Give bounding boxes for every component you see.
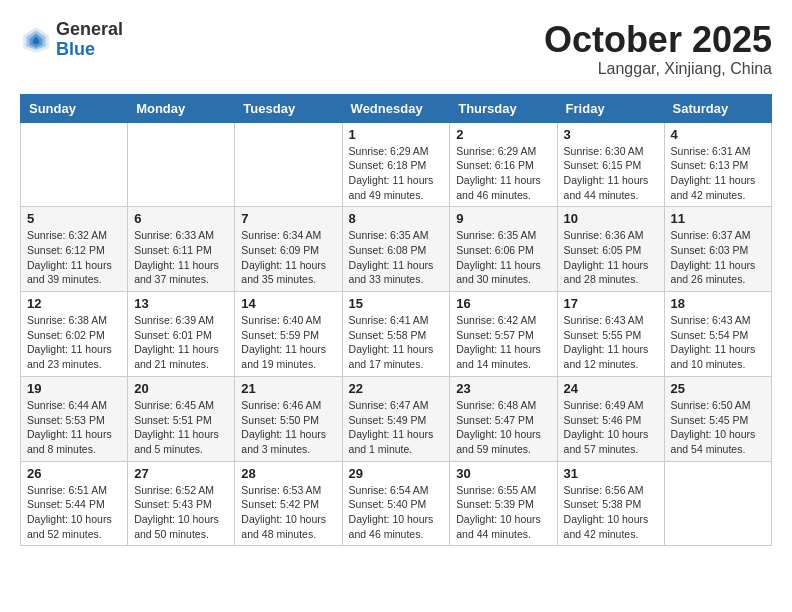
day-info: Sunrise: 6:53 AMSunset: 5:42 PMDaylight:…	[241, 483, 335, 542]
calendar-cell: 26Sunrise: 6:51 AMSunset: 5:44 PMDayligh…	[21, 461, 128, 546]
day-number: 17	[564, 296, 658, 311]
logo-text: General Blue	[56, 20, 123, 60]
logo-icon	[20, 24, 52, 56]
weekday-header: Monday	[128, 94, 235, 122]
day-info: Sunrise: 6:43 AMSunset: 5:55 PMDaylight:…	[564, 313, 658, 372]
calendar-week-row: 1Sunrise: 6:29 AMSunset: 6:18 PMDaylight…	[21, 122, 772, 207]
weekday-header: Tuesday	[235, 94, 342, 122]
day-number: 27	[134, 466, 228, 481]
location: Langgar, Xinjiang, China	[544, 60, 772, 78]
calendar-cell: 24Sunrise: 6:49 AMSunset: 5:46 PMDayligh…	[557, 376, 664, 461]
day-number: 30	[456, 466, 550, 481]
day-number: 5	[27, 211, 121, 226]
day-info: Sunrise: 6:48 AMSunset: 5:47 PMDaylight:…	[456, 398, 550, 457]
month-title: October 2025	[544, 20, 772, 60]
day-info: Sunrise: 6:29 AMSunset: 6:18 PMDaylight:…	[349, 144, 444, 203]
day-number: 2	[456, 127, 550, 142]
calendar-week-row: 19Sunrise: 6:44 AMSunset: 5:53 PMDayligh…	[21, 376, 772, 461]
day-number: 23	[456, 381, 550, 396]
day-number: 24	[564, 381, 658, 396]
day-number: 6	[134, 211, 228, 226]
calendar-cell: 25Sunrise: 6:50 AMSunset: 5:45 PMDayligh…	[664, 376, 771, 461]
day-info: Sunrise: 6:45 AMSunset: 5:51 PMDaylight:…	[134, 398, 228, 457]
day-number: 3	[564, 127, 658, 142]
weekday-header: Saturday	[664, 94, 771, 122]
logo-general: General	[56, 20, 123, 40]
calendar-cell: 29Sunrise: 6:54 AMSunset: 5:40 PMDayligh…	[342, 461, 450, 546]
day-number: 13	[134, 296, 228, 311]
day-info: Sunrise: 6:42 AMSunset: 5:57 PMDaylight:…	[456, 313, 550, 372]
calendar-cell: 8Sunrise: 6:35 AMSunset: 6:08 PMDaylight…	[342, 207, 450, 292]
day-info: Sunrise: 6:32 AMSunset: 6:12 PMDaylight:…	[27, 228, 121, 287]
day-number: 10	[564, 211, 658, 226]
day-info: Sunrise: 6:55 AMSunset: 5:39 PMDaylight:…	[456, 483, 550, 542]
calendar-cell: 22Sunrise: 6:47 AMSunset: 5:49 PMDayligh…	[342, 376, 450, 461]
calendar-cell: 21Sunrise: 6:46 AMSunset: 5:50 PMDayligh…	[235, 376, 342, 461]
day-info: Sunrise: 6:30 AMSunset: 6:15 PMDaylight:…	[564, 144, 658, 203]
day-number: 22	[349, 381, 444, 396]
day-info: Sunrise: 6:40 AMSunset: 5:59 PMDaylight:…	[241, 313, 335, 372]
calendar-cell	[128, 122, 235, 207]
day-info: Sunrise: 6:54 AMSunset: 5:40 PMDaylight:…	[349, 483, 444, 542]
day-number: 9	[456, 211, 550, 226]
day-info: Sunrise: 6:39 AMSunset: 6:01 PMDaylight:…	[134, 313, 228, 372]
day-info: Sunrise: 6:41 AMSunset: 5:58 PMDaylight:…	[349, 313, 444, 372]
day-info: Sunrise: 6:35 AMSunset: 6:06 PMDaylight:…	[456, 228, 550, 287]
day-number: 7	[241, 211, 335, 226]
calendar-cell: 23Sunrise: 6:48 AMSunset: 5:47 PMDayligh…	[450, 376, 557, 461]
day-number: 15	[349, 296, 444, 311]
day-info: Sunrise: 6:50 AMSunset: 5:45 PMDaylight:…	[671, 398, 765, 457]
day-info: Sunrise: 6:33 AMSunset: 6:11 PMDaylight:…	[134, 228, 228, 287]
day-number: 19	[27, 381, 121, 396]
day-info: Sunrise: 6:43 AMSunset: 5:54 PMDaylight:…	[671, 313, 765, 372]
calendar-cell: 1Sunrise: 6:29 AMSunset: 6:18 PMDaylight…	[342, 122, 450, 207]
calendar-cell: 27Sunrise: 6:52 AMSunset: 5:43 PMDayligh…	[128, 461, 235, 546]
calendar-cell: 13Sunrise: 6:39 AMSunset: 6:01 PMDayligh…	[128, 292, 235, 377]
day-info: Sunrise: 6:38 AMSunset: 6:02 PMDaylight:…	[27, 313, 121, 372]
calendar-week-row: 26Sunrise: 6:51 AMSunset: 5:44 PMDayligh…	[21, 461, 772, 546]
calendar-cell: 5Sunrise: 6:32 AMSunset: 6:12 PMDaylight…	[21, 207, 128, 292]
day-info: Sunrise: 6:46 AMSunset: 5:50 PMDaylight:…	[241, 398, 335, 457]
calendar-cell: 30Sunrise: 6:55 AMSunset: 5:39 PMDayligh…	[450, 461, 557, 546]
weekday-header-row: SundayMondayTuesdayWednesdayThursdayFrid…	[21, 94, 772, 122]
calendar-cell: 4Sunrise: 6:31 AMSunset: 6:13 PMDaylight…	[664, 122, 771, 207]
title-block: October 2025 Langgar, Xinjiang, China	[544, 20, 772, 78]
day-number: 20	[134, 381, 228, 396]
day-info: Sunrise: 6:37 AMSunset: 6:03 PMDaylight:…	[671, 228, 765, 287]
day-number: 18	[671, 296, 765, 311]
day-info: Sunrise: 6:34 AMSunset: 6:09 PMDaylight:…	[241, 228, 335, 287]
weekday-header: Wednesday	[342, 94, 450, 122]
page-header: General Blue October 2025 Langgar, Xinji…	[20, 20, 772, 78]
calendar-cell: 20Sunrise: 6:45 AMSunset: 5:51 PMDayligh…	[128, 376, 235, 461]
calendar-cell: 12Sunrise: 6:38 AMSunset: 6:02 PMDayligh…	[21, 292, 128, 377]
calendar-cell: 19Sunrise: 6:44 AMSunset: 5:53 PMDayligh…	[21, 376, 128, 461]
day-number: 14	[241, 296, 335, 311]
day-info: Sunrise: 6:49 AMSunset: 5:46 PMDaylight:…	[564, 398, 658, 457]
day-number: 29	[349, 466, 444, 481]
day-number: 4	[671, 127, 765, 142]
day-number: 12	[27, 296, 121, 311]
calendar-cell	[21, 122, 128, 207]
day-info: Sunrise: 6:52 AMSunset: 5:43 PMDaylight:…	[134, 483, 228, 542]
day-info: Sunrise: 6:44 AMSunset: 5:53 PMDaylight:…	[27, 398, 121, 457]
day-info: Sunrise: 6:36 AMSunset: 6:05 PMDaylight:…	[564, 228, 658, 287]
day-number: 1	[349, 127, 444, 142]
logo: General Blue	[20, 20, 123, 60]
calendar-cell: 3Sunrise: 6:30 AMSunset: 6:15 PMDaylight…	[557, 122, 664, 207]
calendar-cell: 2Sunrise: 6:29 AMSunset: 6:16 PMDaylight…	[450, 122, 557, 207]
calendar-cell: 10Sunrise: 6:36 AMSunset: 6:05 PMDayligh…	[557, 207, 664, 292]
calendar-cell	[664, 461, 771, 546]
calendar: SundayMondayTuesdayWednesdayThursdayFrid…	[20, 94, 772, 547]
calendar-cell: 17Sunrise: 6:43 AMSunset: 5:55 PMDayligh…	[557, 292, 664, 377]
day-number: 8	[349, 211, 444, 226]
day-info: Sunrise: 6:29 AMSunset: 6:16 PMDaylight:…	[456, 144, 550, 203]
calendar-cell	[235, 122, 342, 207]
weekday-header: Friday	[557, 94, 664, 122]
day-number: 21	[241, 381, 335, 396]
day-number: 11	[671, 211, 765, 226]
calendar-cell: 6Sunrise: 6:33 AMSunset: 6:11 PMDaylight…	[128, 207, 235, 292]
logo-blue: Blue	[56, 40, 123, 60]
day-number: 28	[241, 466, 335, 481]
day-info: Sunrise: 6:47 AMSunset: 5:49 PMDaylight:…	[349, 398, 444, 457]
day-info: Sunrise: 6:31 AMSunset: 6:13 PMDaylight:…	[671, 144, 765, 203]
